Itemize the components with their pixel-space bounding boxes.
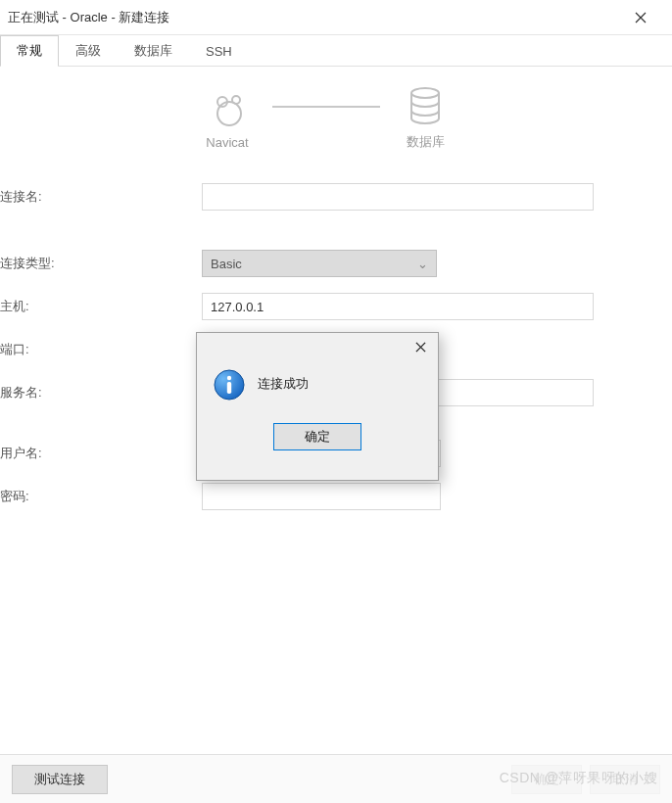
- dialog-close-button[interactable]: [403, 333, 438, 360]
- window-title: 正在测试 - Oracle - 新建连接: [8, 9, 621, 26]
- tab-advanced[interactable]: 高级: [59, 35, 118, 66]
- window-titlebar: 正在测试 - Oracle - 新建连接: [0, 0, 672, 35]
- username-label: 用户名:: [0, 445, 202, 462]
- tab-label: SSH: [206, 44, 232, 59]
- tab-bar: 常规 高级 数据库 SSH: [0, 35, 672, 67]
- connection-type-value: Basic: [211, 257, 242, 271]
- dialog-ok-button[interactable]: 确定: [273, 423, 361, 450]
- database-icon: [404, 84, 447, 127]
- connection-type-label: 连接类型:: [0, 255, 202, 272]
- diagram-navicat: Navicat: [206, 86, 249, 150]
- dialog-footer: 测试连接 确定 取消: [0, 754, 672, 803]
- port-label: 端口:: [0, 341, 202, 358]
- connection-name-input[interactable]: [202, 183, 594, 211]
- host-input[interactable]: [202, 293, 594, 320]
- cancel-button[interactable]: 取消: [590, 765, 660, 794]
- ok-button[interactable]: 确定: [511, 765, 582, 794]
- chevron-down-icon: ⌄: [417, 257, 428, 271]
- connection-name-label: 连接名:: [0, 188, 202, 206]
- svg-point-2: [232, 96, 240, 104]
- tab-label: 常规: [17, 42, 42, 60]
- tab-general[interactable]: 常规: [0, 35, 59, 66]
- test-connection-button[interactable]: 测试连接: [12, 765, 108, 794]
- connection-type-select[interactable]: Basic ⌄: [202, 250, 437, 277]
- diagram-database-label: 数据库: [407, 133, 445, 151]
- tab-label: 数据库: [134, 42, 172, 60]
- button-label: 确定: [534, 772, 559, 786]
- button-label: 测试连接: [34, 772, 85, 786]
- svg-point-3: [411, 88, 439, 98]
- button-label: 确定: [305, 429, 330, 444]
- close-icon: [635, 12, 647, 24]
- window-close-button[interactable]: [621, 0, 660, 35]
- host-label: 主机:: [0, 298, 202, 315]
- connection-diagram: Navicat 数据库: [0, 84, 652, 151]
- service-name-label: 服务名:: [0, 384, 202, 402]
- dialog-footer-inner: 确定: [197, 423, 438, 450]
- svg-rect-6: [227, 382, 231, 394]
- dialog-message: 连接成功: [258, 368, 309, 393]
- password-label: 密码:: [0, 488, 202, 505]
- button-label: 取消: [612, 772, 638, 786]
- navicat-icon: [206, 86, 249, 129]
- svg-point-0: [217, 102, 241, 125]
- tab-label: 高级: [75, 42, 101, 60]
- dialog-titlebar: [197, 333, 438, 360]
- diagram-navicat-label: Navicat: [206, 135, 248, 150]
- message-dialog: 连接成功 确定: [196, 332, 439, 481]
- diagram-database: 数据库: [404, 84, 447, 151]
- svg-point-5: [227, 376, 231, 380]
- diagram-connector: [272, 106, 380, 108]
- close-icon: [415, 342, 426, 353]
- password-input[interactable]: [202, 483, 441, 510]
- info-icon: [213, 368, 246, 402]
- dialog-body: 连接成功: [197, 360, 438, 402]
- tab-ssh[interactable]: SSH: [189, 35, 249, 66]
- tab-database[interactable]: 数据库: [118, 35, 189, 66]
